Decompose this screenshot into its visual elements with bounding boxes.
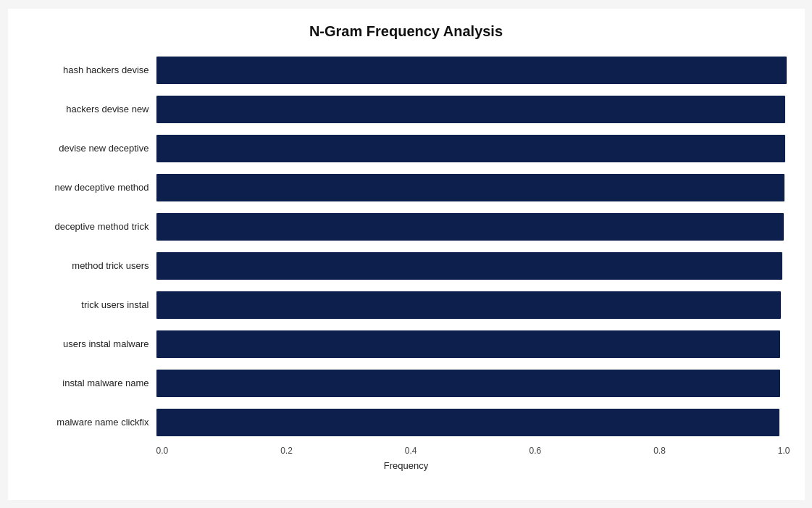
x-tick: 0.4 <box>405 446 530 456</box>
x-tick: 0.6 <box>529 446 653 456</box>
bar-row: new deceptive method <box>22 169 790 207</box>
bar-label: deceptive method trick <box>22 221 156 232</box>
bar-row: hackers devise new <box>22 91 790 128</box>
bar-track <box>156 135 790 162</box>
x-tick: 1.0 <box>778 446 790 456</box>
bar-row: users instal malware <box>22 325 790 363</box>
bar-label: method trick users <box>22 260 156 271</box>
bar-row: deceptive method trick <box>22 208 790 246</box>
bar-fill <box>156 213 784 241</box>
bar-track <box>156 370 790 397</box>
bar-track <box>156 330 790 358</box>
bar-row: devise new deceptive <box>22 130 790 167</box>
bar-track <box>156 252 790 280</box>
chart-container: N-Gram Frequency Analysis hash hackers d… <box>8 9 805 500</box>
bar-track <box>156 174 790 201</box>
bar-fill <box>156 291 782 319</box>
bar-track <box>156 96 790 123</box>
bar-fill <box>156 57 787 84</box>
bar-label: hash hackers devise <box>22 64 156 75</box>
bar-label: trick users instal <box>22 299 156 310</box>
bar-track <box>156 57 790 84</box>
x-tick: 0.2 <box>280 446 405 456</box>
bar-row: instal malware name <box>22 365 790 402</box>
bar-track <box>156 409 790 436</box>
bar-fill <box>156 96 786 123</box>
bar-label: new deceptive method <box>22 182 156 193</box>
bar-fill <box>156 252 783 280</box>
bar-row: malware name clickfix <box>22 404 790 441</box>
x-axis-label: Frequency <box>22 460 790 471</box>
bar-fill <box>156 409 779 436</box>
bar-label: devise new deceptive <box>22 143 156 154</box>
bar-fill <box>156 330 781 358</box>
x-ticks: 0.00.20.40.60.81.0 <box>156 446 790 456</box>
bar-fill <box>156 174 784 201</box>
bar-fill <box>156 370 780 397</box>
bar-label: hackers devise new <box>22 104 156 114</box>
bar-label: instal malware name <box>22 378 156 388</box>
bar-label: malware name clickfix <box>22 417 156 428</box>
bar-row: hash hackers devise <box>22 51 790 89</box>
bar-label: users instal malware <box>22 338 156 349</box>
bar-track <box>156 291 790 319</box>
chart-area: hash hackers devisehackers devise newdev… <box>22 51 790 443</box>
x-tick: 0.0 <box>156 446 281 456</box>
bar-row: method trick users <box>22 247 790 285</box>
bar-row: trick users instal <box>22 286 790 324</box>
x-axis-area: 0.00.20.40.60.81.0 Frequency <box>22 446 790 471</box>
chart-title: N-Gram Frequency Analysis <box>22 23 790 40</box>
bar-track <box>156 213 790 241</box>
x-tick: 0.8 <box>653 446 778 456</box>
bar-fill <box>156 135 785 162</box>
